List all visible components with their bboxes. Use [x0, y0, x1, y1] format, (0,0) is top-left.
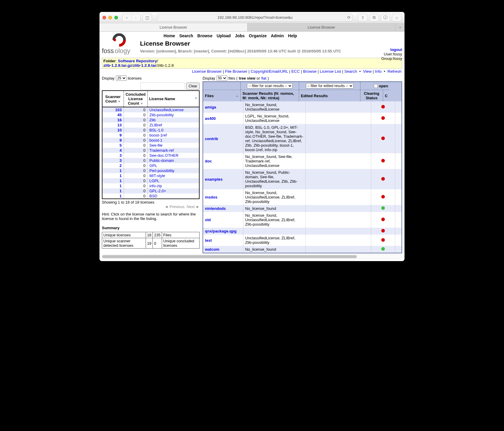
col-last[interactable]: C	[383, 90, 389, 101]
col-license-name[interactable]: License Name ▼	[147, 91, 199, 107]
scanner-count[interactable]: 1	[102, 193, 124, 199]
tab-0[interactable]: License Browser	[99, 23, 248, 31]
col-files[interactable]: Files▲	[203, 90, 241, 101]
scanner-count[interactable]: 1	[102, 178, 124, 183]
license-name-link[interactable]: LGPL	[150, 179, 159, 183]
license-name-link[interactable]: Zlib	[150, 118, 156, 122]
license-name-link[interactable]: GPL	[150, 163, 157, 168]
filter-scan-select[interactable]: -- filter for scan results --	[247, 83, 293, 89]
scanner-count[interactable]: 5	[102, 143, 124, 148]
file-link[interactable]: doc	[205, 159, 212, 163]
license-name-link[interactable]: Public-domain	[150, 158, 174, 163]
file-link[interactable]: qnx/package.qpg	[205, 229, 237, 233]
license-search-input[interactable]	[140, 83, 185, 90]
sn-license-list[interactable]: License List	[320, 69, 341, 74]
sn-ecc[interactable]: ECC	[291, 69, 300, 74]
new-tab-button[interactable]: ＋	[396, 23, 405, 31]
crumb-2[interactable]: zlib-1.2.8.tar	[133, 63, 156, 68]
col-edited-results[interactable]: Edited Results	[299, 90, 360, 101]
horizontal-scrollbar[interactable]	[102, 255, 402, 259]
forward-button[interactable]: ›	[131, 14, 140, 21]
license-name-link[interactable]: boost-1	[150, 138, 162, 142]
sn-browse[interactable]: Browse	[303, 69, 317, 74]
home-button[interactable]: ⌂	[392, 14, 402, 21]
sn-refresh[interactable]: Refresh	[388, 69, 402, 74]
file-link[interactable]: old	[205, 218, 211, 222]
share-button[interactable]: ⇧	[358, 14, 368, 21]
scanner-count[interactable]: 10	[102, 128, 124, 133]
license-name-link[interactable]: BSD	[150, 194, 158, 198]
crumb-1[interactable]: zlib-1.2.8.tar.gz	[103, 63, 132, 68]
sn-info[interactable]: Info	[375, 69, 382, 74]
file-link[interactable]: msdos	[205, 195, 217, 199]
right-display-select[interactable]: 50	[217, 75, 227, 81]
file-link[interactable]: nintendods	[205, 206, 226, 211]
scanner-count[interactable]: 2	[102, 163, 124, 168]
menu-jobs[interactable]: Jobs	[235, 33, 245, 38]
scanner-count[interactable]: 1	[102, 168, 124, 173]
menu-upload[interactable]: Upload	[217, 33, 231, 38]
crumb-0[interactable]: Software Repository	[118, 59, 157, 63]
close-icon[interactable]	[102, 16, 106, 19]
scanner-count[interactable]: 16	[102, 117, 124, 123]
license-name-link[interactable]: info-zip	[150, 184, 162, 188]
license-name-link[interactable]: boost-1ref	[150, 133, 167, 137]
scanner-count[interactable]: 3	[102, 158, 124, 163]
scanner-count[interactable]: 9	[102, 138, 124, 143]
license-name-link[interactable]: Perl-possibility	[150, 168, 175, 173]
license-name-link[interactable]: MIT-style	[150, 173, 165, 178]
col-scanner-results[interactable]: Scanner Results (N: nomos, M: monk, Nk: …	[241, 90, 299, 101]
scanner-count[interactable]: 4	[102, 148, 124, 153]
sn-file-browser[interactable]: File Browser	[225, 69, 247, 74]
flat-link[interactable]: flat	[261, 76, 266, 80]
license-name-link[interactable]: Zlib-possibility	[150, 113, 174, 117]
scanner-count[interactable]: 13	[102, 123, 124, 128]
url-bar[interactable]: 192.168.99.100:8081/repo/?mod=license&u …	[157, 14, 353, 21]
menu-search[interactable]: Search	[179, 33, 193, 38]
sn-license-browser[interactable]: License Browser	[192, 69, 222, 74]
menu-home[interactable]: Home	[164, 33, 175, 38]
tree-view-link[interactable]: tree view	[239, 76, 256, 80]
col-concluded-count[interactable]: Concluded License Count ▼	[124, 91, 147, 107]
file-link[interactable]: as400	[205, 116, 216, 121]
license-name-link[interactable]: ZLIBref	[150, 123, 162, 127]
scanner-count[interactable]: 103	[102, 107, 124, 112]
menu-organize[interactable]: Organize	[249, 33, 267, 38]
clear-button[interactable]: Clear	[186, 83, 200, 90]
col-scanner-count[interactable]: Scanner Count ▼	[102, 91, 124, 107]
back-button[interactable]: ‹	[122, 14, 131, 21]
menu-admin[interactable]: Admin	[271, 33, 284, 38]
tabs-button[interactable]: ⧉	[369, 14, 379, 21]
col-clearing-status[interactable]: Clearing Status	[360, 90, 383, 101]
scanner-count[interactable]: 1	[102, 173, 124, 178]
minimize-icon[interactable]	[108, 16, 112, 19]
scanner-count[interactable]: 1	[102, 188, 124, 193]
scanner-count[interactable]: 9	[102, 133, 124, 138]
tab-1[interactable]: License Browser	[248, 23, 396, 31]
scanner-count[interactable]: 1	[102, 183, 124, 188]
license-name-link[interactable]: See-file	[150, 143, 163, 148]
maximize-icon[interactable]	[114, 16, 118, 19]
file-link[interactable]: contrib	[205, 137, 218, 141]
license-name-link[interactable]: BSL-1.0	[150, 128, 164, 132]
sn-copyright[interactable]: Copyright/Email/URL	[251, 69, 288, 74]
sn-search[interactable]: Search	[344, 69, 357, 74]
logout-link[interactable]: logout	[390, 47, 402, 52]
filter-edited-select[interactable]: -- filter for edited results --	[306, 83, 354, 89]
left-display-select[interactable]: 25	[116, 75, 127, 81]
file-link[interactable]: test	[205, 238, 212, 243]
license-name-link[interactable]: GPL-2.0+	[150, 189, 166, 193]
sn-view[interactable]: View	[363, 69, 371, 74]
license-name-link[interactable]: UnclassifiedLicense	[150, 108, 184, 112]
info-button[interactable]: ⓘ	[381, 14, 390, 21]
reload-icon[interactable]: ⟳	[347, 15, 351, 20]
scanner-count[interactable]: 45	[102, 112, 124, 117]
file-link[interactable]: examples	[205, 177, 223, 182]
license-name-link[interactable]: Trademark-ref	[150, 148, 174, 153]
menu-browse[interactable]: Browse	[197, 33, 213, 38]
scanner-count[interactable]: 3	[102, 153, 124, 158]
license-name-link[interactable]: See-doc.OTHER	[150, 153, 179, 158]
menu-help[interactable]: Help	[288, 33, 297, 38]
file-link[interactable]: amiga	[205, 105, 216, 109]
sidebar-toggle[interactable]: ◫	[142, 14, 152, 21]
